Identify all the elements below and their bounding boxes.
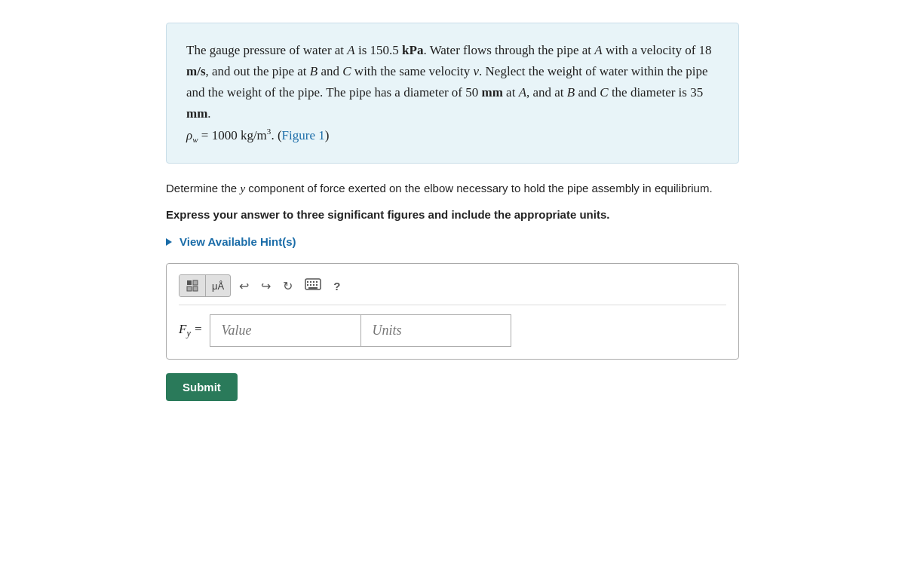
redo-icon: ↪ (261, 280, 271, 292)
submit-button[interactable]: Submit (166, 373, 238, 401)
svg-rect-6 (310, 281, 311, 283)
help-icon: ? (333, 280, 340, 292)
template-icon-btn[interactable] (179, 275, 206, 296)
svg-rect-10 (310, 284, 311, 286)
hint-arrow-icon (166, 238, 172, 246)
determine-text: Determine the y component of force exert… (166, 180, 739, 198)
svg-rect-9 (307, 284, 308, 286)
svg-rect-7 (313, 281, 314, 283)
page-container: The gauge pressure of water at A is 150.… (166, 23, 739, 401)
value-input[interactable] (210, 314, 360, 347)
problem-text: The gauge pressure of water at A is 150.… (186, 40, 719, 146)
reset-icon: ↻ (283, 280, 293, 292)
svg-rect-1 (193, 280, 198, 285)
toolbar: μÅ ↩ ↪ ↻ (179, 274, 726, 305)
svg-rect-13 (308, 287, 318, 289)
redo-btn[interactable]: ↪ (257, 277, 275, 296)
svg-rect-11 (313, 284, 314, 286)
svg-rect-5 (307, 281, 308, 283)
fy-label: Fy = (179, 322, 202, 339)
keyboard-icon (305, 280, 321, 292)
svg-rect-0 (187, 280, 192, 285)
keyboard-btn[interactable] (301, 276, 325, 296)
svg-rect-3 (193, 286, 198, 291)
answer-box: μÅ ↩ ↪ ↻ (166, 263, 739, 360)
svg-rect-2 (187, 286, 192, 291)
input-row: Fy = (179, 314, 726, 347)
svg-rect-8 (316, 281, 318, 283)
figure-link[interactable]: Figure 1 (282, 128, 325, 142)
problem-box: The gauge pressure of water at A is 150.… (166, 23, 739, 164)
express-text: Express your answer to three significant… (166, 207, 739, 224)
undo-btn[interactable]: ↩ (235, 277, 253, 296)
template-btn-group: μÅ (179, 274, 231, 297)
units-input[interactable] (360, 314, 511, 347)
mu-btn[interactable]: μÅ (206, 277, 230, 296)
hint-link[interactable]: View Available Hint(s) (166, 235, 739, 248)
undo-icon: ↩ (239, 280, 249, 292)
reset-btn[interactable]: ↻ (279, 277, 296, 296)
hint-label: View Available Hint(s) (179, 235, 296, 248)
mu-label: μÅ (212, 280, 224, 292)
submit-label: Submit (183, 381, 221, 394)
help-btn[interactable]: ? (330, 277, 344, 295)
svg-rect-12 (316, 284, 318, 286)
